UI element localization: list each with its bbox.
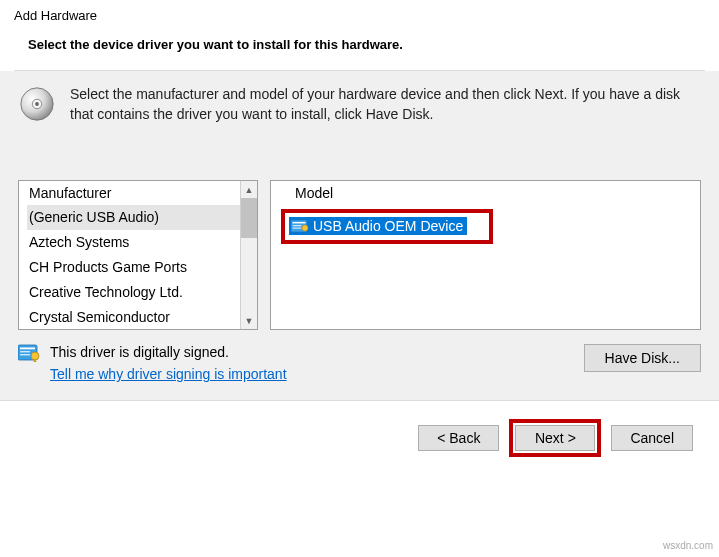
manufacturer-listbox[interactable]: Manufacturer (Generic USB Audio) Aztech …	[18, 180, 258, 330]
info-text: Select the manufacturer and model of you…	[70, 85, 701, 124]
manufacturer-header: Manufacturer	[19, 181, 257, 205]
scrollbar[interactable]: ▲ ▼	[240, 181, 257, 329]
disc-icon	[18, 85, 56, 123]
signature-status: This driver is digitally signed.	[50, 344, 287, 360]
model-header: Model	[285, 181, 700, 205]
model-item[interactable]: USB Audio OEM Device	[289, 217, 467, 235]
scroll-thumb[interactable]	[241, 198, 257, 238]
svg-rect-11	[20, 354, 30, 355]
certificate-icon	[291, 219, 309, 233]
svg-point-2	[35, 102, 39, 106]
highlight-box: Next >	[509, 419, 601, 457]
info-panel: Select the manufacturer and model of you…	[0, 71, 719, 180]
scroll-down-icon[interactable]: ▼	[241, 312, 257, 329]
watermark: wsxdn.com	[663, 540, 713, 551]
svg-rect-5	[293, 225, 302, 226]
window-title: Add Hardware	[14, 8, 705, 23]
cancel-button[interactable]: Cancel	[611, 425, 693, 451]
svg-rect-4	[293, 222, 306, 223]
manufacturer-item[interactable]: (Generic USB Audio)	[27, 205, 249, 230]
signature-row: This driver is digitally signed. Tell me…	[0, 330, 719, 401]
model-item-label: USB Audio OEM Device	[313, 218, 463, 234]
manufacturer-item[interactable]: Creative Technology Ltd.	[27, 280, 249, 305]
svg-rect-6	[293, 228, 302, 229]
highlight-box: USB Audio OEM Device	[281, 209, 493, 244]
next-button[interactable]: Next >	[515, 425, 595, 451]
svg-point-12	[31, 352, 39, 360]
manufacturer-item[interactable]: Aztech Systems	[27, 230, 249, 255]
svg-rect-10	[20, 351, 30, 352]
scroll-up-icon[interactable]: ▲	[241, 181, 257, 198]
svg-point-7	[302, 225, 308, 231]
picker-area: Manufacturer (Generic USB Audio) Aztech …	[0, 180, 719, 330]
svg-rect-9	[20, 348, 35, 350]
model-listbox[interactable]: Model USB Audio OEM Device	[270, 180, 701, 330]
button-bar: < Back Next > Cancel	[0, 401, 719, 475]
manufacturer-item[interactable]: CH Products Game Ports	[27, 255, 249, 280]
page-heading: Select the device driver you want to ins…	[0, 27, 719, 70]
certificate-icon	[18, 344, 40, 365]
have-disk-button[interactable]: Have Disk...	[584, 344, 701, 372]
manufacturer-item[interactable]: Crystal Semiconductor	[27, 305, 249, 330]
signature-info-link[interactable]: Tell me why driver signing is important	[50, 366, 287, 382]
back-button[interactable]: < Back	[418, 425, 499, 451]
